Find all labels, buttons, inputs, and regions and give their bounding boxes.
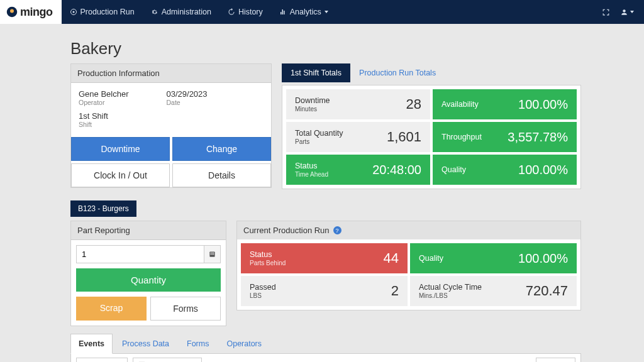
quantity-input-row — [76, 245, 221, 263]
chart-icon — [279, 8, 287, 16]
status-value: 20:48:00 — [372, 163, 421, 177]
svg-point-1 — [10, 9, 14, 13]
shift-value: 1st Shift — [79, 111, 108, 121]
clock-button[interactable]: Clock In / Out — [71, 163, 170, 187]
tab-forms[interactable]: Forms — [179, 334, 217, 354]
tab-run-totals[interactable]: Production Run Totals — [350, 63, 445, 82]
nav-administration[interactable]: Administration — [143, 0, 219, 24]
run-quality-value: 100.00% — [518, 251, 568, 266]
scrap-button[interactable]: Scrap — [76, 297, 147, 321]
production-info-card: Production Information Gene Belcher Oper… — [70, 63, 272, 188]
tab-shift-totals[interactable]: 1st Shift Totals — [282, 63, 350, 82]
part-chip[interactable]: B123 - Burgers — [70, 200, 136, 217]
svg-point-3 — [72, 11, 74, 13]
operator-label: Operator — [79, 99, 129, 106]
brand-logo[interactable]: mingo — [0, 0, 62, 24]
availability-value: 100.00% — [518, 97, 568, 112]
part-reporting-card: Part Reporting Quantity Scrap Forms — [70, 221, 226, 326]
page-title: Bakery — [70, 39, 581, 58]
downtime-value: 28 — [406, 96, 421, 112]
nav-analytics[interactable]: Analytics — [271, 0, 336, 24]
date-value: 03/29/2023 — [167, 89, 208, 99]
svg-point-4 — [623, 9, 625, 12]
nav-items: Production Run Administration History An… — [62, 0, 336, 24]
throughput-value: 3,557.78% — [508, 130, 568, 145]
history-icon — [228, 8, 235, 16]
keypad-button[interactable] — [204, 246, 220, 263]
gear-icon — [151, 8, 158, 16]
quantity-button[interactable]: Quantity — [76, 268, 221, 292]
nav-history[interactable]: History — [219, 0, 271, 24]
tile-throughput: Throughput 3,557.78% — [433, 122, 577, 152]
quantity-input[interactable] — [77, 246, 204, 263]
totalqty-value: 1,601 — [387, 129, 421, 145]
shift-totals-panel: 1st Shift Totals Production Run Totals D… — [282, 63, 581, 189]
nav-right — [602, 0, 644, 24]
top-navbar: mingo Production Run Administration Hist… — [0, 0, 644, 24]
svg-rect-9 — [211, 254, 211, 255]
chevron-down-icon — [630, 11, 634, 13]
events-toolbar: +Add Event Export to Excel Layout — [70, 353, 581, 362]
svg-rect-7 — [212, 253, 213, 253]
brand-mark-icon — [6, 6, 18, 18]
brand-text: mingo — [20, 6, 53, 19]
date-label: Date — [167, 99, 208, 106]
tile-status: StatusTime Ahead 20:48:00 — [286, 155, 430, 185]
tab-events[interactable]: Events — [70, 334, 113, 354]
keypad-icon — [209, 251, 216, 258]
downtime-button[interactable]: Downtime — [71, 137, 170, 161]
chevron-down-icon — [325, 11, 328, 13]
quality-value: 100.00% — [518, 163, 568, 177]
svg-rect-11 — [213, 254, 214, 255]
fullscreen-icon[interactable] — [602, 8, 610, 16]
tab-operators[interactable]: Operators — [218, 334, 270, 354]
svg-rect-8 — [213, 253, 214, 253]
target-icon — [70, 8, 77, 16]
svg-rect-6 — [211, 253, 211, 253]
tile-quality: Quality 100.00% — [433, 155, 577, 185]
tile-run-status: StatusParts Behind 44 — [241, 243, 408, 273]
tile-total-quantity: Total QuantityParts 1,601 — [286, 122, 430, 152]
tile-downtime: DowntimeMinutes 28 — [286, 89, 430, 119]
nav-production-run[interactable]: Production Run — [62, 0, 143, 24]
layout-button[interactable]: Layout — [536, 358, 575, 362]
tile-availability: Availability 100.00% — [433, 89, 577, 119]
tab-process-data[interactable]: Process Data — [114, 334, 177, 354]
shift-label: Shift — [79, 121, 108, 128]
cycle-value: 720.47 — [526, 283, 568, 299]
help-icon[interactable]: ? — [333, 226, 341, 234]
part-reporting-header: Part Reporting — [71, 221, 226, 240]
production-info-header: Production Information — [71, 64, 271, 83]
tile-run-quality: Quality 100.00% — [410, 243, 577, 273]
forms-button[interactable]: Forms — [150, 297, 221, 321]
details-button[interactable]: Details — [172, 163, 271, 187]
current-run-card: Current Production Run ? StatusParts Beh… — [236, 221, 581, 310]
current-run-header: Current Production Run — [243, 226, 330, 235]
add-event-button[interactable]: +Add Event — [76, 358, 128, 362]
operator-value: Gene Belcher — [79, 89, 129, 99]
run-status-value: 44 — [384, 250, 399, 266]
passed-value: 2 — [391, 283, 399, 299]
tile-passed: PassedLBS 2 — [241, 276, 408, 306]
user-icon — [620, 8, 628, 16]
svg-rect-10 — [212, 254, 213, 255]
change-button[interactable]: Change — [172, 137, 271, 161]
export-excel-button[interactable]: Export to Excel — [133, 358, 202, 362]
tile-cycle-time: Actual Cycle TimeMins./LBS 720.47 — [410, 276, 577, 306]
user-menu[interactable] — [620, 8, 634, 16]
